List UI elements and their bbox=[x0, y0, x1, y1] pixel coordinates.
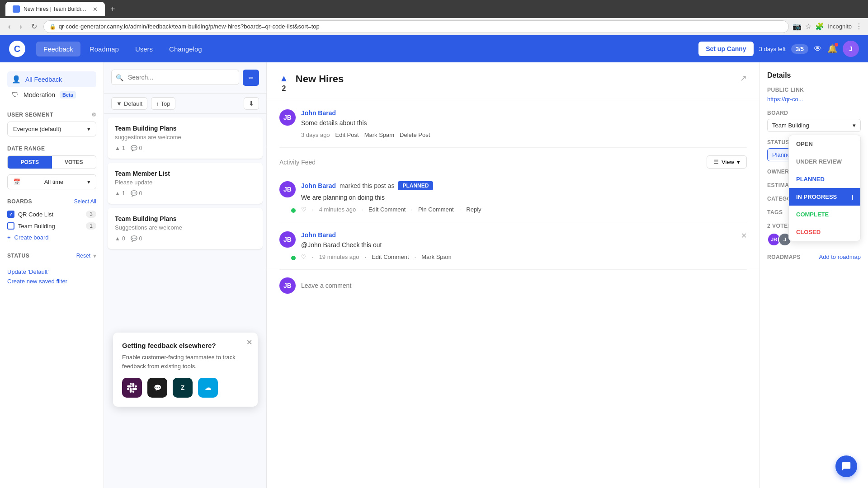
post-card-0[interactable]: Team Building Plans suggestions are welc… bbox=[108, 117, 263, 159]
user-segment-select[interactable]: Everyone (default) ▾ bbox=[7, 122, 96, 136]
posts-tab[interactable]: POSTS bbox=[8, 156, 52, 169]
menu-icon[interactable]: ⋮ bbox=[855, 22, 863, 31]
add-roadmap-link[interactable]: Add to roadmap bbox=[819, 253, 861, 260]
all-feedback-label: All Feedback bbox=[25, 76, 62, 83]
nav-changelog[interactable]: Changelog bbox=[162, 42, 209, 56]
status-option-under-review[interactable]: UNDER REVIEW bbox=[789, 153, 860, 170]
back-button[interactable]: ‹ bbox=[5, 21, 13, 33]
activity-author-0[interactable]: John Barad bbox=[301, 182, 336, 189]
filter-top-chip[interactable]: ↑ Top bbox=[151, 97, 175, 110]
tab-favicon bbox=[13, 5, 20, 13]
dot-separator-3: · bbox=[411, 206, 413, 213]
update-default-link[interactable]: Update 'Default' bbox=[7, 268, 96, 275]
search-input[interactable] bbox=[111, 70, 239, 85]
board-count-team: 1 bbox=[86, 222, 96, 230]
slack-icon[interactable] bbox=[122, 378, 142, 398]
browser-tab[interactable]: New Hires | Team Building | Can... ✕ bbox=[5, 2, 105, 16]
canny-logo[interactable]: C bbox=[9, 41, 25, 57]
main-layout: 👤 All Feedback 🛡 Moderation Beta User Se… bbox=[0, 62, 868, 488]
eye-icon[interactable]: 👁 bbox=[814, 44, 822, 54]
roadmaps-label: Roadmaps bbox=[767, 254, 801, 260]
status-option-complete[interactable]: COMPLETE bbox=[789, 206, 860, 223]
reload-button[interactable]: ↻ bbox=[28, 20, 40, 33]
download-button[interactable]: ⬇ bbox=[244, 97, 259, 110]
forward-button[interactable]: › bbox=[17, 21, 24, 33]
comment-body-0: John Barad Some details about this 3 day… bbox=[301, 109, 747, 138]
filter-default-chip[interactable]: ▼ Default bbox=[111, 97, 147, 110]
edit-post-link[interactable]: Edit Post bbox=[335, 131, 359, 138]
nav-users[interactable]: Users bbox=[128, 42, 160, 56]
like-icon-2[interactable]: ♡ bbox=[301, 253, 307, 260]
comment-author-0[interactable]: John Barad bbox=[301, 109, 336, 117]
board-select[interactable]: Team Building ▾ bbox=[767, 119, 861, 132]
chevron-down-icon: ▾ bbox=[87, 126, 90, 132]
notification-icon[interactable]: 🔔 bbox=[827, 44, 837, 54]
like-icon[interactable]: ♡ bbox=[301, 206, 307, 213]
edit-comment-link[interactable]: Edit Comment bbox=[368, 206, 406, 213]
select-all-link[interactable]: Select All bbox=[74, 198, 96, 205]
mention-close-button[interactable]: ✕ bbox=[741, 231, 747, 260]
votes-tab[interactable]: VOTES bbox=[52, 156, 96, 169]
sidebar-item-all-feedback[interactable]: 👤 All Feedback bbox=[7, 71, 96, 87]
post-subtitle-1: Please update bbox=[115, 179, 255, 186]
popup-close-button[interactable]: ✕ bbox=[246, 338, 252, 347]
comment-section: JB John Barad Some details about this 3 … bbox=[267, 100, 760, 148]
board-item-qr[interactable]: ✓ QR Code List 3 bbox=[7, 208, 96, 220]
vote-up-arrow[interactable]: ▲ bbox=[279, 73, 288, 84]
setup-canny-button[interactable]: Set up Canny bbox=[698, 42, 753, 56]
status-header: Status Reset ▾ bbox=[7, 252, 96, 259]
board-checkbox-qr[interactable]: ✓ bbox=[7, 211, 14, 218]
status-option-open[interactable]: OPEN bbox=[789, 135, 860, 153]
edit-comment-link-2[interactable]: Edit Comment bbox=[372, 253, 409, 260]
plus-icon: + bbox=[7, 234, 11, 241]
lock-icon: 🔒 bbox=[49, 23, 56, 30]
date-range-label: Date Range bbox=[7, 145, 96, 152]
create-board-button[interactable]: + Create board bbox=[7, 232, 96, 243]
post-card-1[interactable]: Team Member List Please update ▲ 1 💬 0 bbox=[108, 163, 263, 204]
status-option-planned[interactable]: PLANNED bbox=[789, 170, 860, 188]
comment-meta-0: 💬 0 bbox=[131, 145, 142, 151]
mention-avatar-wrap: JB bbox=[279, 231, 296, 260]
public-link-value[interactable]: https://qr-co... bbox=[767, 96, 861, 103]
delete-post-link[interactable]: Delete Post bbox=[400, 131, 430, 138]
bookmark-icon[interactable]: ☆ bbox=[805, 22, 811, 31]
chat-bubble-button[interactable] bbox=[835, 455, 857, 477]
status-option-in-progress[interactable]: IN PROGRESS | bbox=[789, 188, 860, 206]
intercom-icon[interactable]: 💬 bbox=[147, 378, 167, 398]
user-avatar[interactable]: J bbox=[843, 41, 859, 57]
arrow-up-icon-1: ▲ bbox=[115, 190, 120, 197]
salesforce-icon[interactable]: ☁ bbox=[198, 378, 218, 398]
mark-spam-link-2[interactable]: Mark Spam bbox=[421, 253, 451, 260]
post-card-2[interactable]: Team Building Plans Suggestions are welc… bbox=[108, 208, 263, 249]
sidebar-item-moderation[interactable]: 🛡 Moderation Beta bbox=[7, 87, 96, 103]
new-tab-button[interactable]: + bbox=[110, 5, 115, 14]
post-title-1: Team Member List bbox=[115, 170, 255, 177]
create-filter-link[interactable]: Create new saved filter bbox=[7, 278, 96, 285]
expand-icon[interactable]: ↗ bbox=[740, 73, 747, 83]
nav-feedback[interactable]: Feedback bbox=[36, 42, 80, 56]
settings-icon[interactable]: ⚙ bbox=[91, 112, 97, 118]
status-option-closed[interactable]: CLOSED bbox=[789, 223, 860, 241]
address-bar[interactable]: 🔒 qr-code-generator.canny.io/admin/feedb… bbox=[43, 20, 789, 33]
extensions-icon[interactable]: 🧩 bbox=[815, 22, 824, 31]
tab-close-icon[interactable]: ✕ bbox=[93, 6, 98, 13]
mark-spam-link[interactable]: Mark Spam bbox=[364, 131, 394, 138]
mention-author[interactable]: John Barad bbox=[301, 231, 336, 239]
nav-roadmap[interactable]: Roadmap bbox=[82, 42, 126, 56]
reset-link[interactable]: Reset bbox=[76, 253, 90, 259]
board-checkbox-team[interactable] bbox=[7, 222, 14, 230]
date-select[interactable]: 📅 All time ▾ bbox=[7, 174, 96, 189]
comment-meta-2: 💬 0 bbox=[131, 235, 142, 242]
pin-comment-link[interactable]: Pin Comment bbox=[418, 206, 454, 213]
board-item-team[interactable]: Team Building 1 bbox=[7, 220, 96, 232]
post-list: Team Building Plans suggestions are welc… bbox=[104, 114, 266, 488]
chevron-down-icon-date: ▾ bbox=[87, 178, 90, 185]
post-subtitle-2: Suggestions are welcome bbox=[115, 224, 255, 231]
chevron-down-icon-board: ▾ bbox=[853, 122, 856, 129]
zendesk-icon[interactable]: Z bbox=[173, 378, 193, 398]
view-button[interactable]: ☰ View ▾ bbox=[707, 155, 747, 169]
reply-link[interactable]: Reply bbox=[466, 206, 481, 213]
edit-button[interactable]: ✏ bbox=[243, 70, 259, 86]
comment-meta-0: 3 days ago Edit Post Mark Spam Delete Po… bbox=[301, 131, 747, 138]
leave-comment-input[interactable] bbox=[301, 282, 747, 289]
